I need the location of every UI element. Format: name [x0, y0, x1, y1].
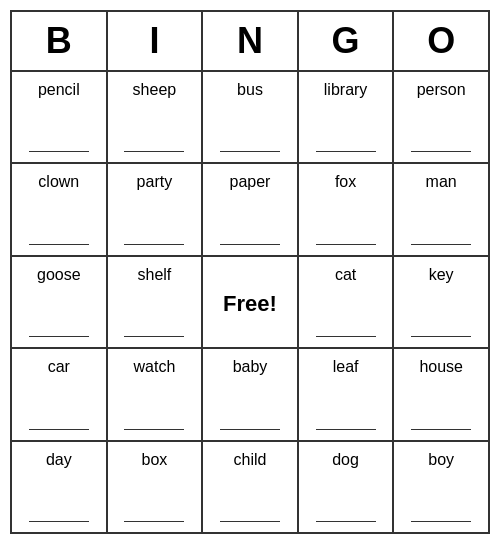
cell-line-1-1	[124, 244, 184, 245]
cell-word-3-0: car	[48, 357, 70, 376]
bingo-grid: pencilsheepbuslibrarypersonclownpartypap…	[12, 72, 488, 532]
bingo-cell-3-3: leaf	[299, 349, 395, 439]
cell-word-0-0: pencil	[38, 80, 80, 99]
cell-word-0-4: person	[417, 80, 466, 99]
bingo-cell-1-2: paper	[203, 164, 299, 254]
header-letter-i: I	[108, 12, 204, 70]
cell-word-4-3: dog	[332, 450, 359, 469]
cell-line-3-0	[29, 429, 89, 430]
bingo-card: BINGO pencilsheepbuslibrarypersonclownpa…	[10, 10, 490, 534]
cell-word-1-3: fox	[335, 172, 356, 191]
header-letter-n: N	[203, 12, 299, 70]
header-letter-o: O	[394, 12, 488, 70]
cell-word-3-3: leaf	[333, 357, 359, 376]
cell-line-1-2	[220, 244, 280, 245]
cell-line-3-2	[220, 429, 280, 430]
cell-word-3-1: watch	[133, 357, 175, 376]
cell-line-4-0	[29, 521, 89, 522]
bingo-row-3: carwatchbabyleafhouse	[12, 349, 488, 441]
cell-word-0-1: sheep	[133, 80, 177, 99]
cell-word-0-2: bus	[237, 80, 263, 99]
cell-line-4-2	[220, 521, 280, 522]
bingo-cell-4-2: child	[203, 442, 299, 532]
cell-line-3-1	[124, 429, 184, 430]
cell-line-0-2	[220, 151, 280, 152]
cell-line-1-4	[411, 244, 471, 245]
bingo-cell-4-0: day	[12, 442, 108, 532]
bingo-cell-4-4: boy	[394, 442, 488, 532]
bingo-cell-2-4: key	[394, 257, 488, 347]
cell-line-3-3	[316, 429, 376, 430]
bingo-cell-1-0: clown	[12, 164, 108, 254]
header-letter-g: G	[299, 12, 395, 70]
bingo-header: BINGO	[12, 12, 488, 72]
bingo-row-4: dayboxchilddogboy	[12, 442, 488, 532]
cell-line-0-4	[411, 151, 471, 152]
cell-line-0-0	[29, 151, 89, 152]
bingo-cell-0-2: bus	[203, 72, 299, 162]
bingo-cell-4-1: box	[108, 442, 204, 532]
cell-line-3-4	[411, 429, 471, 430]
bingo-cell-2-3: cat	[299, 257, 395, 347]
cell-line-4-3	[316, 521, 376, 522]
bingo-cell-0-1: sheep	[108, 72, 204, 162]
cell-line-2-3	[316, 336, 376, 337]
cell-line-2-1	[124, 336, 184, 337]
cell-word-2-4: key	[429, 265, 454, 284]
cell-word-2-3: cat	[335, 265, 356, 284]
cell-word-4-4: boy	[428, 450, 454, 469]
cell-word-4-1: box	[141, 450, 167, 469]
cell-word-2-0: goose	[37, 265, 81, 284]
bingo-row-1: clownpartypaperfoxman	[12, 164, 488, 256]
cell-word-4-0: day	[46, 450, 72, 469]
bingo-cell-4-3: dog	[299, 442, 395, 532]
cell-word-2-1: shelf	[137, 265, 171, 284]
bingo-cell-2-2: Free!	[203, 257, 299, 347]
cell-line-0-3	[316, 151, 376, 152]
bingo-cell-1-3: fox	[299, 164, 395, 254]
bingo-cell-0-4: person	[394, 72, 488, 162]
bingo-cell-3-4: house	[394, 349, 488, 439]
cell-word-2-2: Free!	[223, 291, 277, 317]
cell-word-1-4: man	[426, 172, 457, 191]
bingo-row-0: pencilsheepbuslibraryperson	[12, 72, 488, 164]
bingo-cell-0-0: pencil	[12, 72, 108, 162]
bingo-cell-0-3: library	[299, 72, 395, 162]
cell-line-4-1	[124, 521, 184, 522]
bingo-cell-1-1: party	[108, 164, 204, 254]
cell-line-1-3	[316, 244, 376, 245]
cell-word-4-2: child	[234, 450, 267, 469]
cell-word-0-3: library	[324, 80, 368, 99]
bingo-cell-3-1: watch	[108, 349, 204, 439]
bingo-cell-1-4: man	[394, 164, 488, 254]
cell-line-0-1	[124, 151, 184, 152]
bingo-row-2: gooseshelfFree!catkey	[12, 257, 488, 349]
bingo-cell-3-0: car	[12, 349, 108, 439]
bingo-cell-2-1: shelf	[108, 257, 204, 347]
cell-word-1-0: clown	[38, 172, 79, 191]
cell-word-1-2: paper	[230, 172, 271, 191]
bingo-cell-2-0: goose	[12, 257, 108, 347]
header-letter-b: B	[12, 12, 108, 70]
bingo-cell-3-2: baby	[203, 349, 299, 439]
cell-word-3-4: house	[419, 357, 463, 376]
cell-word-1-1: party	[137, 172, 173, 191]
cell-line-1-0	[29, 244, 89, 245]
cell-line-4-4	[411, 521, 471, 522]
cell-word-3-2: baby	[233, 357, 268, 376]
cell-line-2-0	[29, 336, 89, 337]
cell-line-2-4	[411, 336, 471, 337]
